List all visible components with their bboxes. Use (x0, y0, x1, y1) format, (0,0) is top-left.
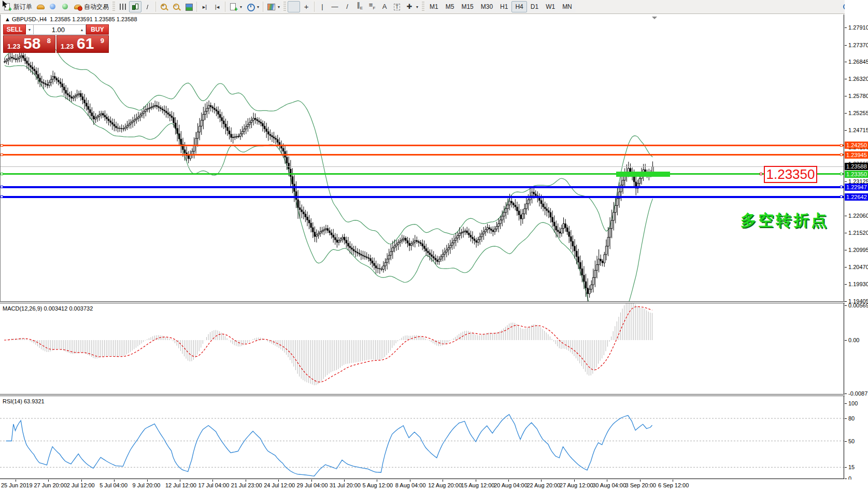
arrows-icon: ✚ (405, 3, 414, 11)
zoom-out-button[interactable]: − (170, 1, 182, 12)
timeframe-button-h4[interactable]: H4 (511, 1, 527, 12)
line-right-handle[interactable] (840, 186, 843, 188)
community-button[interactable] (47, 1, 59, 12)
cursor-tool-button[interactable] (288, 1, 300, 12)
timeframe-button-m15[interactable]: M15 (458, 1, 477, 12)
price-tick-label: 1.20470 (845, 263, 868, 271)
line-right-handle[interactable] (840, 195, 843, 198)
indicators-button[interactable]: ▾ (265, 1, 282, 12)
timeframe-button-m1[interactable]: M1 (426, 1, 442, 12)
cursor-icon (0, 0, 8, 8)
rsi-scale-label: 50 (845, 438, 855, 445)
line-right-handle[interactable] (840, 153, 843, 156)
new-chart-button[interactable]: +▾ (227, 1, 244, 12)
zoom-out-icon: − (172, 3, 180, 11)
periods-button[interactable]: ▾ (244, 1, 261, 12)
chart-shift-button[interactable]: |◂ (211, 1, 223, 12)
horizontal-line-1.23350[interactable] (1, 173, 844, 175)
price-tick-label: 1.24715 (845, 126, 868, 134)
time-tick-mark (508, 480, 509, 482)
timeframe-button-h1[interactable]: H1 (496, 1, 511, 12)
price-axis[interactable]: 1.279101.273701.268451.263201.257801.252… (845, 0, 868, 480)
time-tick-label: 25 Jun 2019 (1, 482, 33, 488)
horizontal-line-1.24250[interactable] (1, 145, 844, 146)
turning-point-annotation[interactable]: 多空转折点 (741, 210, 829, 231)
line-right-handle[interactable] (840, 173, 843, 175)
autotrade-button[interactable]: 自动交易 (72, 1, 111, 12)
chart-shift-marker-icon[interactable] (652, 17, 657, 22)
candlestick-chart-button[interactable] (129, 1, 141, 12)
experts-button[interactable] (34, 1, 47, 12)
arrows-tool-button[interactable]: ✚▾ (403, 1, 420, 12)
macd-plot (0, 303, 844, 394)
line-left-handle[interactable] (1, 195, 3, 198)
horizontal-line-1.23945[interactable] (1, 154, 844, 156)
time-tick-label: 30 Aug 04:00 (592, 482, 626, 488)
gold-hat-icon (36, 3, 45, 11)
new-order-label: 新订单 (13, 3, 32, 11)
line-left-handle[interactable] (1, 144, 3, 147)
time-tick-label: 21 Jul 23:00 (231, 482, 262, 488)
rsi-label: RSI(14) 63.9321 (3, 398, 45, 404)
zoom-in-button[interactable]: + (158, 1, 170, 12)
tile-windows-button[interactable] (182, 1, 195, 12)
main-chart-pane[interactable]: ▲ GBPUSD-,H4 1.23585 1.23591 1.23585 1.2… (0, 15, 844, 301)
text-tool-button[interactable]: A (378, 1, 391, 12)
signals-button[interactable] (59, 1, 72, 12)
trendline-icon: / (343, 3, 351, 11)
timeframe-button-w1[interactable]: W1 (542, 1, 559, 12)
time-tick-label: 31 Jul 20:00 (330, 482, 361, 488)
volume-input[interactable]: 1.00 (34, 24, 78, 35)
buy-button[interactable]: BUY (86, 24, 109, 35)
bid-price-button[interactable]: 1.23 58 8 (3, 35, 55, 53)
horizontal-line-1.22642[interactable] (1, 196, 844, 198)
label-tool-button[interactable]: T (391, 1, 403, 12)
rsi-pane[interactable]: RSI(14) 63.9321 (0, 396, 844, 479)
time-axis[interactable]: 25 Jun 201927 Jun 20:002 Jul 12:005 Jul … (0, 480, 868, 492)
timeframe-button-d1[interactable]: D1 (527, 1, 542, 12)
time-tick-mark (81, 480, 82, 482)
indicators-icon (267, 3, 275, 11)
time-tick-mark (574, 480, 575, 482)
ohlc-low: 1.23585 (94, 16, 115, 22)
trendline-tool-button[interactable]: / (341, 1, 353, 12)
ask-price-button[interactable]: 1.23 61 9 (56, 35, 109, 53)
line-right-handle[interactable] (840, 144, 843, 147)
line-left-handle[interactable] (1, 173, 3, 175)
bar-chart-button[interactable] (117, 1, 129, 12)
line-chart-icon (144, 3, 152, 11)
line-left-handle[interactable] (1, 153, 3, 156)
timeframe-button-mn[interactable]: MN (559, 1, 576, 12)
horizontal-line-tool-button[interactable]: — (329, 1, 341, 12)
vertical-line-icon: | (318, 3, 326, 11)
timeframe-button-m30[interactable]: M30 (477, 1, 496, 12)
zoom-in-icon: + (160, 3, 168, 11)
macd-scale-label: 0.005692 (845, 302, 868, 309)
time-tick-mark (311, 480, 312, 482)
time-tick-label: 3 Sep 20:00 (625, 482, 656, 488)
timeframe-button-m5[interactable]: M5 (442, 1, 458, 12)
price-tick-label: 1.26320 (845, 75, 868, 82)
green-highlight-zone[interactable] (616, 172, 670, 177)
sell-button[interactable]: SELL (3, 24, 26, 35)
vertical-line-tool-button[interactable]: | (316, 1, 329, 12)
crosshair-tool-button[interactable]: + (300, 1, 312, 12)
fibonacci-tool-button[interactable]: ≡F (366, 1, 378, 12)
volume-increase-button[interactable]: ▲ (78, 24, 86, 35)
horizontal-line-1.22947[interactable] (1, 186, 844, 188)
channel-tool-button[interactable]: ∥E (353, 1, 366, 12)
volume-decrease-button[interactable]: ▼ (26, 24, 34, 35)
auto-scroll-button[interactable]: ▸| (198, 1, 211, 12)
price-tick-label: 1.19930 (845, 280, 868, 288)
collapse-marker-icon[interactable]: ▲ (5, 16, 10, 22)
line-chart-button[interactable] (141, 1, 154, 12)
one-click-trading-panel: SELL ▼ 1.00 ▲ BUY 1.23 58 8 1.23 61 9 (3, 24, 109, 53)
price-tick-label: 1.26845 (845, 58, 868, 65)
macd-pane[interactable]: MACD(12,26,9) 0.003412 0.003732 (0, 303, 844, 394)
callout-anchor-handle[interactable] (760, 173, 762, 175)
price-callout-label[interactable]: 1.23350 (764, 166, 817, 183)
time-tick-label: 2 Jul 12:00 (67, 482, 95, 488)
macd-label: MACD(12,26,9) 0.003412 0.003732 (3, 305, 93, 312)
line-price-label: 1.24250 (845, 142, 868, 149)
line-left-handle[interactable] (1, 186, 3, 188)
